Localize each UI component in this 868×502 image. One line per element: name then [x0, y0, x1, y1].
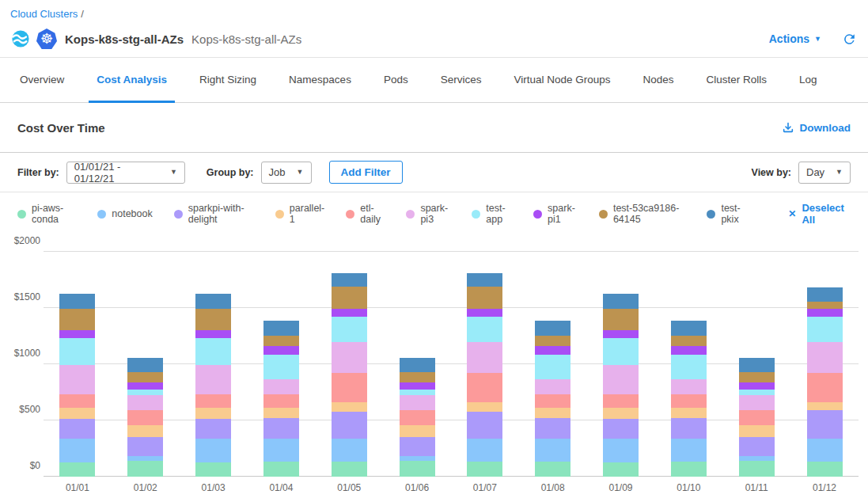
bar-segment-etl-daily[interactable]: [195, 394, 231, 408]
legend-item-test-53ca9186-64145[interactable]: test-53ca9186-64145: [599, 203, 686, 225]
bar-segment-test-pkix[interactable]: [59, 294, 95, 308]
bar-segment-etl-daily[interactable]: [400, 410, 435, 424]
bar-segment-test-app[interactable]: [535, 355, 570, 379]
stacked-bar-01/03[interactable]: [195, 252, 231, 477]
bar-segment-test-pkix[interactable]: [195, 294, 231, 308]
bar-segment-spark-pi1[interactable]: [807, 309, 843, 317]
bar-segment-spark-pi3[interactable]: [739, 395, 775, 410]
bar-segment-test-pkix[interactable]: [400, 358, 435, 372]
download-button[interactable]: Download: [782, 121, 851, 134]
bar-segment-test-app[interactable]: [467, 317, 502, 342]
bar-segment-spark-pi1[interactable]: [127, 382, 163, 390]
stacked-bar-01/07[interactable]: [467, 252, 502, 477]
bar-segment-test-53ca9186-64145[interactable]: [400, 372, 435, 382]
stacked-bar-01/10[interactable]: [671, 252, 707, 477]
bar-segment-pi-aws-conda[interactable]: [535, 462, 570, 477]
stacked-bar-01/02[interactable]: [127, 252, 163, 477]
bar-segment-test-53ca9186-64145[interactable]: [263, 336, 299, 346]
bar-segment-etl-daily[interactable]: [127, 410, 163, 424]
stacked-bar-01/06[interactable]: [400, 252, 435, 477]
bar-segment-test-53ca9186-64145[interactable]: [332, 287, 367, 309]
bar-segment-sparkpi-with-delight[interactable]: [671, 418, 707, 439]
bar-segment-spark-pi1[interactable]: [535, 346, 570, 355]
bar-segment-pi-aws-conda[interactable]: [263, 462, 299, 477]
actions-button[interactable]: Actions▼: [769, 32, 821, 45]
bar-segment-spark-pi3[interactable]: [671, 379, 707, 395]
bar-segment-pi-aws-conda[interactable]: [127, 461, 163, 477]
bar-segment-spark-pi3[interactable]: [400, 395, 435, 410]
bar-segment-parallel-1[interactable]: [59, 408, 95, 418]
tab-cluster-rolls[interactable]: Cluster Rolls: [699, 58, 775, 103]
tab-nodes[interactable]: Nodes: [635, 58, 682, 103]
bar-segment-parallel-1[interactable]: [263, 408, 299, 418]
bar-segment-test-pkix[interactable]: [467, 273, 502, 287]
bar-segment-pi-aws-conda[interactable]: [400, 461, 435, 477]
legend-item-test-app[interactable]: test-app: [472, 203, 512, 225]
bar-segment-test-53ca9186-64145[interactable]: [807, 302, 843, 310]
bar-segment-test-pkix[interactable]: [603, 294, 639, 308]
bar-segment-test-53ca9186-64145[interactable]: [59, 309, 95, 331]
bar-segment-notebook[interactable]: [263, 439, 299, 462]
bar-segment-test-pkix[interactable]: [332, 273, 367, 287]
bar-segment-test-app[interactable]: [263, 355, 299, 379]
bar-segment-sparkpi-with-delight[interactable]: [603, 419, 639, 439]
bar-segment-test-53ca9186-64145[interactable]: [603, 309, 639, 331]
bar-segment-pi-aws-conda[interactable]: [467, 462, 502, 477]
bar-segment-test-53ca9186-64145[interactable]: [195, 309, 231, 331]
bar-segment-notebook[interactable]: [807, 439, 843, 462]
bar-segment-sparkpi-with-delight[interactable]: [807, 410, 843, 439]
tab-services[interactable]: Services: [433, 58, 490, 103]
bar-segment-etl-daily[interactable]: [467, 373, 502, 402]
bar-segment-spark-pi3[interactable]: [467, 342, 502, 372]
bar-segment-notebook[interactable]: [535, 439, 570, 462]
bar-segment-notebook[interactable]: [195, 439, 231, 462]
stacked-bar-01/08[interactable]: [535, 252, 570, 477]
bar-segment-etl-daily[interactable]: [263, 394, 299, 408]
bar-segment-sparkpi-with-delight[interactable]: [332, 412, 367, 439]
bar-segment-spark-pi1[interactable]: [467, 309, 502, 318]
bar-segment-sparkpi-with-delight[interactable]: [400, 437, 435, 457]
bar-segment-parallel-1[interactable]: [332, 402, 367, 412]
bar-segment-notebook[interactable]: [671, 439, 707, 462]
bar-segment-parallel-1[interactable]: [739, 425, 775, 437]
stacked-bar-01/12[interactable]: [807, 252, 843, 477]
legend-item-test-pkix[interactable]: test-pkix: [707, 203, 748, 225]
bar-segment-spark-pi3[interactable]: [603, 365, 639, 395]
bar-segment-sparkpi-with-delight[interactable]: [195, 419, 231, 439]
view-by-select[interactable]: Day▼: [798, 162, 851, 184]
bar-segment-test-app[interactable]: [603, 338, 639, 365]
tab-namespaces[interactable]: Namespaces: [281, 58, 359, 103]
bar-segment-test-53ca9186-64145[interactable]: [739, 372, 775, 382]
stacked-bar-01/01[interactable]: [59, 252, 95, 477]
bar-segment-parallel-1[interactable]: [467, 402, 502, 412]
bar-segment-spark-pi3[interactable]: [127, 395, 163, 410]
stacked-bar-01/11[interactable]: [739, 252, 775, 477]
bar-segment-spark-pi1[interactable]: [59, 330, 95, 337]
bar-segment-pi-aws-conda[interactable]: [739, 461, 775, 477]
bar-segment-etl-daily[interactable]: [332, 373, 367, 402]
stacked-bar-01/04[interactable]: [263, 252, 299, 477]
tab-cost-analysis[interactable]: Cost Analysis: [89, 58, 175, 103]
deselect-all-button[interactable]: ✕ Deselect All: [788, 202, 851, 226]
bar-segment-sparkpi-with-delight[interactable]: [739, 437, 775, 457]
bar-segment-notebook[interactable]: [467, 439, 502, 462]
bar-segment-parallel-1[interactable]: [535, 408, 570, 418]
tab-virtual-node-groups[interactable]: Virtual Node Groups: [506, 58, 618, 103]
tab-right-sizing[interactable]: Right Sizing: [191, 58, 264, 103]
bar-segment-test-pkix[interactable]: [263, 321, 299, 335]
bar-segment-sparkpi-with-delight[interactable]: [467, 412, 502, 439]
bar-segment-test-app[interactable]: [400, 390, 435, 395]
bar-segment-spark-pi3[interactable]: [535, 379, 570, 395]
bar-segment-notebook[interactable]: [59, 439, 95, 462]
refresh-button[interactable]: [842, 32, 857, 47]
add-filter-button[interactable]: Add Filter: [329, 161, 403, 184]
bar-segment-sparkpi-with-delight[interactable]: [263, 418, 299, 439]
stacked-bar-01/09[interactable]: [603, 252, 639, 477]
bar-segment-notebook[interactable]: [332, 439, 367, 462]
legend-item-spark-pi3[interactable]: spark-pi3: [406, 203, 450, 225]
bar-segment-spark-pi3[interactable]: [195, 365, 231, 395]
bar-segment-test-53ca9186-64145[interactable]: [467, 287, 502, 309]
bar-segment-sparkpi-with-delight[interactable]: [127, 437, 163, 457]
legend-item-parallel-1[interactable]: parallel-1: [275, 203, 324, 225]
stacked-bar-01/05[interactable]: [332, 252, 367, 477]
